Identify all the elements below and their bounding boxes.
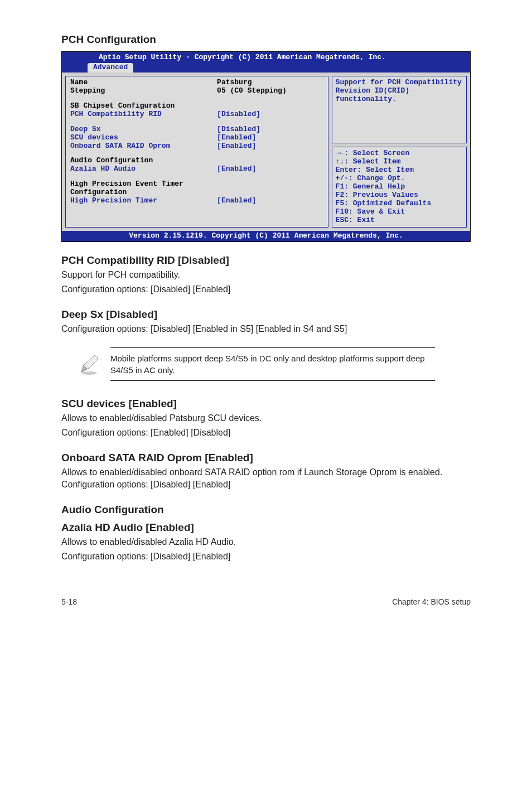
note-text: Mobile platforms support deep S4/S5 in D… — [110, 352, 435, 376]
bios-help-line: Support for PCH Compatibility — [336, 79, 463, 87]
bios-nav-line: ESC: Exit — [336, 216, 463, 225]
bios-azalia-value[interactable]: [Enabled] — [217, 165, 323, 173]
heading-azalia: Azalia HD Audio [Enabled] — [61, 521, 471, 534]
heading-scu: SCU devices [Enabled] — [61, 398, 471, 410]
bios-help-line: functionality. — [336, 95, 463, 104]
text-pch-compat-1: Support for PCH compatibility. — [61, 269, 471, 281]
bios-name-value: Patsburg — [217, 79, 323, 87]
text-sata-1: Allows to enabled/disabled onboard SATA … — [61, 466, 471, 491]
bios-nav-line: F5: Optimized Defaults — [336, 200, 463, 208]
bios-pch-rid-label[interactable]: PCH Compatibility RID — [70, 110, 217, 119]
bios-nav-pane: →←: Select Screen ↑↓: Select Item Enter:… — [332, 147, 467, 227]
bios-name-label: Name — [70, 79, 217, 87]
bios-stepping-value: 05 (C0 Stepping) — [217, 87, 323, 95]
bios-nav-line: F2: Previous Values — [336, 191, 463, 200]
svg-point-0 — [81, 371, 97, 375]
text-scu-1: Allows to enabled/disabled Patsburg SCU … — [61, 412, 471, 424]
heading-audio-cfg: Audio Configuration — [61, 504, 471, 516]
bios-help-pane: Support for PCH Compatibility Revision I… — [332, 76, 467, 144]
bios-sata-value[interactable]: [Enabled] — [217, 142, 323, 151]
divider — [110, 380, 435, 381]
bios-nav-line: Enter: Select Item — [336, 166, 463, 175]
text-azalia-1: Allows to enabled/disabled Azalia HD Aud… — [61, 536, 471, 548]
bios-sb-heading: SB Chipset Configuration — [70, 102, 217, 110]
heading-pch-compat: PCH Compatibility RID [Disabled] — [61, 254, 471, 267]
bios-azalia-label[interactable]: Azalia HD Audio — [70, 165, 217, 173]
bios-hpet-label[interactable]: High Precision Timer — [70, 197, 217, 205]
bios-left-panel: Name Patsburg Stepping 05 (C0 Stepping) … — [65, 76, 328, 228]
divider — [110, 347, 435, 348]
heading-pch-config: PCH Configuration — [61, 33, 471, 46]
bios-audio-heading: Audio Configuration — [70, 157, 217, 165]
bios-pch-rid-value[interactable]: [Disabled] — [217, 110, 323, 119]
bios-deepsx-label[interactable]: Deep Sx — [70, 125, 217, 134]
bios-sata-label[interactable]: Onboard SATA RAID Oprom — [70, 142, 217, 151]
chapter-label: Chapter 4: BIOS setup — [392, 597, 471, 606]
bios-help-line: Revision ID(CRID) — [336, 87, 463, 95]
bios-nav-line: F10: Save & Exit — [336, 208, 463, 216]
bios-hpet-heading: High Precision Event Timer Configuration — [70, 180, 217, 197]
note-block: Mobile platforms support deep S4/S5 in D… — [78, 343, 435, 385]
bios-footer: Version 2.15.1219. Copyright (C) 2011 Am… — [62, 231, 470, 241]
text-deep-sx-1: Configuration options: [Disabled] [Enabl… — [61, 323, 471, 335]
bios-nav-line: →←: Select Screen — [336, 149, 463, 158]
text-azalia-2: Configuration options: [Disabled] [Enabl… — [61, 550, 471, 563]
bios-deepsx-value[interactable]: [Disabled] — [217, 125, 323, 134]
bios-nav-line: ↑↓: Select Item — [336, 158, 463, 166]
bios-hpet-value[interactable]: [Enabled] — [217, 197, 323, 205]
heading-deep-sx: Deep Sx [Disabled] — [61, 308, 471, 321]
pencil-icon — [78, 353, 100, 375]
heading-sata-raid: Onboard SATA RAID Oprom [Enabled] — [61, 452, 471, 464]
bios-screenshot: Aptio Setup Utility - Copyright (C) 2011… — [61, 51, 471, 242]
bios-nav-line: +/-: Change Opt. — [336, 175, 463, 183]
text-pch-compat-2: Configuration options: [Disabled] [Enabl… — [61, 283, 471, 296]
page-number: 5-18 — [61, 597, 77, 606]
bios-scu-value[interactable]: [Enabled] — [217, 134, 323, 142]
bios-header: Aptio Setup Utility - Copyright (C) 2011… — [62, 52, 470, 73]
bios-scu-label[interactable]: SCU devices — [70, 134, 217, 142]
bios-tab-advanced[interactable]: Advanced — [88, 63, 133, 73]
bios-nav-line: F1: General Help — [336, 183, 463, 191]
text-scu-2: Configuration options: [Enabled] [Disabl… — [61, 427, 471, 439]
bios-title: Aptio Setup Utility - Copyright (C) 2011… — [65, 53, 467, 63]
bios-stepping-label: Stepping — [70, 87, 217, 95]
